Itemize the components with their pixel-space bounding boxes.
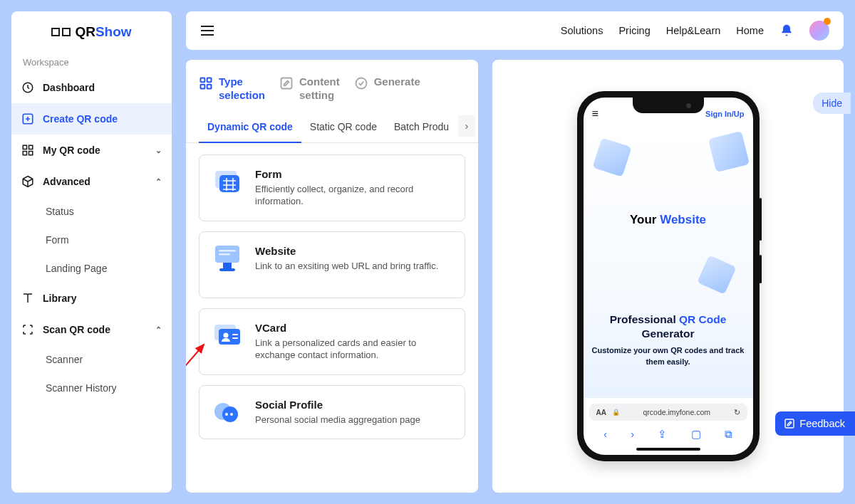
card-title: Form <box>255 168 452 180</box>
check-circle-icon <box>354 76 368 90</box>
sidebar-sub-scanner[interactable]: Scanner <box>11 345 172 374</box>
tabs-next-button[interactable]: › <box>458 115 475 137</box>
sidebar-item-advanced[interactable]: Advanced ⌃ <box>11 166 172 197</box>
sidebar-item-label: Create QR code <box>43 113 118 125</box>
qr-cube-icon <box>697 255 736 294</box>
lock-icon: 🔒 <box>612 409 620 416</box>
svg-rect-29 <box>785 419 794 428</box>
cube-icon <box>21 175 34 188</box>
bell-icon[interactable] <box>779 23 794 38</box>
nav-help[interactable]: Help&Learn <box>666 25 721 36</box>
sidebar-section-label: Workspace <box>11 50 172 72</box>
svg-point-26 <box>225 413 228 416</box>
svg-rect-2 <box>23 145 26 149</box>
card-list: Form Efficiently collect, organize, and … <box>186 143 478 451</box>
svg-rect-5 <box>29 152 33 155</box>
logo[interactable]: QRShow <box>11 11 172 50</box>
step-content-setting[interactable]: Content setting <box>279 75 340 103</box>
phone-url: qrcode.imyfone.com <box>626 408 728 416</box>
phone-url-bar[interactable]: AA 🔒 qrcode.imyfone.com ↻ <box>589 404 747 421</box>
svg-rect-7 <box>207 78 212 83</box>
sidebar-item-label: My QR code <box>43 145 100 156</box>
bookmarks-icon[interactable]: ▢ <box>691 428 701 441</box>
sidebar-item-create-qr[interactable]: Create QR code <box>11 103 172 135</box>
phone-subtitle: Customize your own QR codes and track th… <box>592 345 745 367</box>
step-label: Content setting <box>299 75 340 103</box>
feedback-button[interactable]: Feedback <box>775 411 855 436</box>
card-vcard[interactable]: VCard Link a personalized cards and easi… <box>199 308 465 375</box>
card-form[interactable]: Form Efficiently collect, organize, and … <box>199 154 465 221</box>
card-desc: Efficiently collect, organize, and recor… <box>255 183 452 208</box>
nav-solutions[interactable]: Solutions <box>561 25 603 36</box>
card-social-profile[interactable]: Social Profile Personal social media agg… <box>199 385 465 440</box>
svg-rect-8 <box>201 85 205 89</box>
forward-icon[interactable]: › <box>631 428 634 441</box>
chevron-up-icon: ⌃ <box>155 177 162 187</box>
sidebar-item-my-qr[interactable]: My QR code ⌄ <box>11 135 172 166</box>
sidebar-item-scan[interactable]: Scan QR code ⌃ <box>11 314 172 345</box>
svg-rect-6 <box>201 78 205 83</box>
dashboard-icon <box>21 81 34 94</box>
phone-signin-link[interactable]: Sign In/Up <box>705 110 744 118</box>
svg-point-11 <box>356 78 366 89</box>
text-size-icon[interactable]: AA <box>596 409 606 416</box>
phone-screen: ≡ Sign In/Up Your Website Professional <box>584 98 753 455</box>
sidebar-item-label: Dashboard <box>43 82 95 93</box>
phone-menu-icon[interactable]: ≡ <box>592 107 598 120</box>
reload-icon[interactable]: ↻ <box>734 408 740 416</box>
svg-rect-16 <box>219 253 230 256</box>
sidebar-sub-status[interactable]: Status <box>11 197 172 226</box>
tab-dynamic-qr[interactable]: Dynamic QR code <box>199 112 301 143</box>
back-icon[interactable]: ‹ <box>603 428 607 441</box>
tab-batch[interactable]: Batch Produ <box>385 112 457 142</box>
sidebar-item-label: Scan QR code <box>43 324 110 335</box>
phone-bottom-toolbar: ‹ › ⇪ ▢ ⧉ <box>584 424 753 448</box>
svg-rect-20 <box>219 329 240 345</box>
phone-hero-2: Professional QR Code Generator <box>592 313 745 341</box>
card-title: Website <box>255 245 438 257</box>
phone-hero-1: Your Website <box>592 213 745 227</box>
svg-rect-15 <box>219 250 236 252</box>
step-label: Generate <box>374 75 420 89</box>
phone-notch <box>633 98 704 113</box>
svg-rect-10 <box>281 78 292 89</box>
nav-pricing[interactable]: Pricing <box>618 25 650 36</box>
vcard-icon <box>212 322 242 349</box>
card-website[interactable]: Website Link to an exsiting web URL and … <box>199 231 465 298</box>
tab-static-qr[interactable]: Static QR code <box>301 112 385 142</box>
sidebar-item-label: Advanced <box>43 176 90 187</box>
svg-rect-18 <box>219 268 235 271</box>
brand-post: Show <box>95 24 132 39</box>
svg-rect-9 <box>207 85 212 89</box>
home-indicator <box>636 448 700 451</box>
edit-icon <box>784 418 795 429</box>
tabs-icon[interactable]: ⧉ <box>725 428 732 441</box>
type-tabs: Dynamic QR code Static QR code Batch Pro… <box>186 112 478 143</box>
sidebar-item-library[interactable]: Library <box>11 283 172 314</box>
card-desc: Personal social media aggregation page <box>255 414 420 426</box>
qr-logo-icon <box>51 28 71 36</box>
avatar[interactable] <box>809 21 829 41</box>
step-type-selection[interactable]: Type selection <box>199 75 265 103</box>
sidebar-sub-form[interactable]: Form <box>11 226 172 254</box>
step-generate[interactable]: Generate <box>354 75 420 103</box>
step-label: Type selection <box>219 75 265 103</box>
svg-rect-4 <box>23 152 26 155</box>
monitor-icon <box>212 245 242 272</box>
edit-icon <box>279 76 294 90</box>
chat-icon <box>212 399 242 426</box>
feedback-label: Feedback <box>799 418 845 429</box>
sidebar-sub-landing[interactable]: Landing Page <box>11 254 172 283</box>
nav-home[interactable]: Home <box>736 25 764 36</box>
phone-mockup: ≡ Sign In/Up Your Website Professional <box>577 91 760 461</box>
hide-preview-button[interactable]: Hide <box>813 93 851 114</box>
share-icon[interactable]: ⇪ <box>658 428 667 441</box>
grid-icon <box>199 76 213 90</box>
sidebar-sub-scanner-history[interactable]: Scanner History <box>11 374 172 402</box>
sidebar-item-dashboard[interactable]: Dashboard <box>11 72 172 103</box>
hamburger-icon[interactable] <box>200 25 214 36</box>
sidebar: QRShow Workspace Dashboard Create QR cod… <box>11 11 172 493</box>
card-title: Social Profile <box>255 399 420 411</box>
card-desc: Link to an exsiting web URL and bring tr… <box>255 260 438 273</box>
svg-rect-3 <box>29 145 33 149</box>
